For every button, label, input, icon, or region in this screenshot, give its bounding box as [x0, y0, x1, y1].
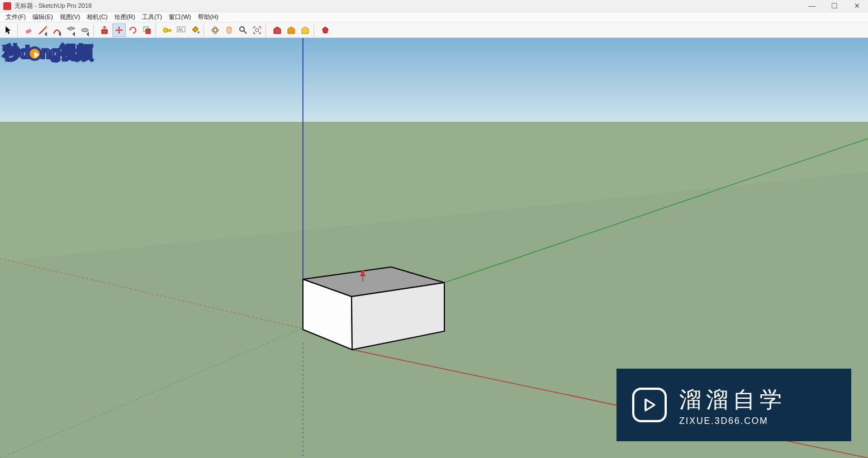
- minimize-button[interactable]: —: [801, 0, 823, 12]
- rectangle-tool[interactable]: [64, 23, 78, 37]
- app-icon: [3, 2, 11, 10]
- close-button[interactable]: ✕: [846, 0, 868, 12]
- menu-view[interactable]: 视图(V): [56, 12, 84, 22]
- toolbar-separator: [314, 23, 317, 37]
- circle-tool[interactable]: [78, 23, 92, 37]
- svg-rect-15: [0, 38, 868, 122]
- overlay-title: 溜溜自学: [679, 384, 786, 415]
- svg-point-1: [82, 28, 88, 32]
- warehouse3-tool[interactable]: [298, 23, 312, 37]
- rotate-tool[interactable]: [126, 23, 140, 37]
- orbit-tool[interactable]: [208, 23, 222, 37]
- menu-draw[interactable]: 绘图(R): [111, 12, 139, 22]
- pan-tool[interactable]: [222, 23, 236, 37]
- warehouse2-tool[interactable]: [284, 23, 298, 37]
- overlay-url: ZIXUE.3D66.COM: [679, 416, 786, 426]
- svg-point-12: [240, 27, 244, 31]
- extension-tool[interactable]: [319, 23, 332, 37]
- toolbar-separator: [155, 23, 159, 37]
- select-tool[interactable]: [2, 23, 16, 37]
- toolbar-separator: [17, 23, 21, 37]
- zoom-tool[interactable]: [236, 23, 250, 37]
- warehouse1-tool[interactable]: [271, 23, 284, 37]
- svg-point-14: [255, 28, 259, 32]
- move-tool[interactable]: [112, 23, 126, 37]
- svg-text:A1: A1: [178, 27, 183, 31]
- arc-tool[interactable]: [50, 23, 64, 37]
- pushpull-tool[interactable]: [98, 23, 112, 37]
- menu-window[interactable]: 窗口(W): [165, 12, 195, 22]
- menu-help[interactable]: 帮助(H): [195, 12, 222, 22]
- overlay-play-icon: [632, 388, 667, 422]
- svg-rect-4: [146, 29, 150, 34]
- maximize-button[interactable]: ☐: [823, 0, 846, 12]
- toolbar-separator: [93, 23, 97, 37]
- menu-edit[interactable]: 编辑(E): [29, 12, 56, 22]
- text-tool[interactable]: A1: [174, 23, 188, 37]
- svg-rect-6: [167, 30, 171, 31]
- window-titlebar: 无标题 - SketchUp Pro 2018 — ☐ ✕: [0, 0, 868, 12]
- svg-point-9: [197, 31, 200, 34]
- svg-line-13: [244, 31, 246, 34]
- menu-file[interactable]: 文件(F): [2, 12, 29, 22]
- main-toolbar: A1: [0, 22, 868, 38]
- tape-tool[interactable]: [160, 23, 174, 37]
- toolbar-separator: [265, 23, 269, 37]
- eraser-tool[interactable]: [22, 23, 36, 37]
- menu-tools[interactable]: 工具(T): [139, 12, 165, 22]
- window-controls: — ☐ ✕: [801, 0, 868, 12]
- paintbucket-tool[interactable]: [188, 23, 202, 37]
- svg-point-11: [214, 27, 217, 34]
- scale-tool[interactable]: [140, 23, 154, 37]
- toolbar-separator: [203, 23, 207, 37]
- svg-rect-2: [102, 30, 107, 34]
- menu-camera[interactable]: 相机(C): [83, 12, 111, 22]
- svg-point-10: [212, 28, 219, 32]
- menu-bar: 文件(F) 编辑(E) 视图(V) 相机(C) 绘图(R) 工具(T) 窗口(W…: [0, 12, 868, 22]
- viewport-3d[interactable]: 秒dng视频 溜溜自学 ZIXUE.3D66.COM: [0, 38, 868, 458]
- svg-rect-0: [25, 28, 32, 34]
- overlay-bottom-right: 溜溜自学 ZIXUE.3D66.COM: [616, 369, 851, 441]
- zoom-extents-tool[interactable]: [250, 23, 264, 37]
- window-title: 无标题 - SketchUp Pro 2018: [15, 2, 92, 10]
- line-tool[interactable]: [36, 23, 50, 37]
